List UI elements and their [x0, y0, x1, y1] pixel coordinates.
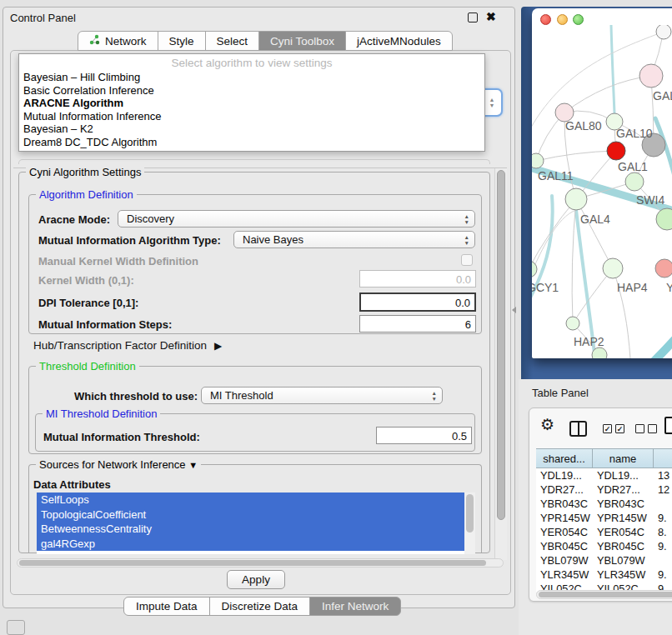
select-all-icon[interactable]: ✓: [603, 424, 612, 433]
table-row[interactable]: YBR045CYBR045C9.: [536, 539, 672, 553]
sources-group-title[interactable]: Sources for Network Inference ▼: [36, 458, 201, 471]
settings-gear-icon[interactable]: ⚙: [540, 415, 554, 434]
algorithm-option[interactable]: Bayesian – K2: [19, 122, 484, 136]
network-node-y[interactable]: [655, 259, 672, 278]
attribute-item[interactable]: SelfLoops: [37, 492, 464, 508]
table-cell: 9.: [654, 568, 672, 582]
column-header-name[interactable]: name: [592, 448, 654, 468]
combobox-arrows-icon: ▲▼: [464, 234, 469, 246]
collapsed-panel-handle[interactable]: [7, 620, 25, 635]
algorithm-option[interactable]: ARACNE Algorithm: [19, 97, 484, 110]
network-node-gal[interactable]: [639, 64, 663, 88]
tab-label: jActiveMNodules: [357, 35, 441, 48]
table-row[interactable]: YLR345WYLR345W9.: [536, 568, 672, 582]
collapse-arrow-icon: ▼: [188, 460, 198, 470]
table-row[interactable]: YER054CYER054C8.: [536, 525, 672, 539]
table-row[interactable]: YBR043CYBR043C: [536, 497, 672, 511]
network-node-gcy1[interactable]: [532, 261, 537, 278]
manual-kernel-label: Manual Kernel Width Definition: [38, 255, 198, 268]
algorithm-option[interactable]: Mutual Information Inference: [19, 110, 484, 123]
mi-steps-field[interactable]: 6: [359, 315, 476, 332]
attribute-item[interactable]: BetweennessCentrality: [37, 522, 464, 537]
column-header-A[interactable]: A: [653, 448, 672, 468]
algorithm-option[interactable]: Dream8 DC_TDC Algorithm: [19, 136, 484, 149]
network-node-gal11[interactable]: [532, 153, 544, 168]
deselect-all-icon[interactable]: [648, 424, 657, 433]
node-table: shared...nameA YDL19...YDL19...13YDR27..…: [536, 448, 672, 592]
tab-cyni-toolbox[interactable]: Cyni Toolbox: [258, 31, 346, 51]
settings-horizontal-scrollbar[interactable]: [17, 558, 504, 568]
select-all-icon[interactable]: ✓: [615, 424, 624, 433]
table-cell: YER054C: [593, 525, 654, 539]
tab-network[interactable]: Network: [78, 31, 158, 51]
table-cell: YDL19...: [536, 468, 593, 482]
scrollbar-thumb[interactable]: [539, 592, 672, 598]
tab-jactivemnodules[interactable]: jActiveMNodules: [345, 31, 453, 51]
network-node[interactable]: [592, 348, 607, 358]
table-header-row: shared...nameA: [536, 448, 672, 468]
scrollbar-thumb[interactable]: [19, 560, 486, 566]
network-node-gal1[interactable]: [625, 172, 644, 191]
zoom-traffic-light[interactable]: [573, 14, 584, 25]
split-pane-icon[interactable]: [569, 421, 587, 437]
table-cell: YER054C: [536, 525, 593, 539]
dpi-tolerance-field[interactable]: 0.0: [359, 292, 476, 312]
deselect-all-icon[interactable]: [635, 424, 644, 433]
tab-infer-network[interactable]: Infer Network: [309, 597, 401, 616]
which-threshold-combobox[interactable]: MI Threshold ▲▼: [201, 387, 443, 404]
network-edge: [647, 293, 672, 358]
float-icon[interactable]: [468, 12, 478, 22]
table-cell: YBL079W: [536, 553, 593, 568]
network-canvas[interactable]: GALGAL80GAL10GAL1GAL11GAL4SWI4GCY1HAP4YH…: [532, 25, 672, 358]
network-window[interactable]: GALGAL80GAL10GAL1GAL11GAL4SWI4GCY1HAP4YH…: [532, 8, 672, 358]
network-node-gal4[interactable]: [565, 188, 587, 210]
table-cell: YDR27...: [536, 482, 593, 497]
algorithm-dropdown-list: Select algorithm to view settings Bayesi…: [18, 53, 485, 152]
algorithm-option[interactable]: Basic Correlation Inference: [19, 84, 484, 98]
scrollbar-thumb[interactable]: [466, 494, 474, 532]
table-cell: YBR043C: [593, 497, 654, 511]
table-row[interactable]: YBL079WYBL079W: [536, 553, 672, 568]
network-edge: [611, 25, 614, 113]
table-row[interactable]: YDL19...YDL19...13: [536, 468, 672, 482]
minimize-traffic-light[interactable]: [557, 14, 568, 25]
attribute-item[interactable]: gal4RGexp: [37, 537, 464, 552]
network-node-hap2[interactable]: [566, 317, 579, 330]
table-cell: YDR27...: [593, 482, 654, 497]
table-cell: 13: [654, 468, 672, 482]
control-panel: Control Panel ✖ NetworkStyleSelectCyni T…: [3, 7, 515, 608]
table-row[interactable]: YDR27...YDR27...12: [536, 482, 672, 497]
mi-type-label: Mutual Information Algorithm Type:: [38, 234, 221, 247]
node-label: GAL: [653, 89, 672, 102]
tab-style[interactable]: Style: [158, 31, 206, 51]
which-threshold-label: Which threshold to use:: [74, 390, 198, 402]
close-icon[interactable]: ✖: [486, 10, 496, 23]
attributes-scrollbar[interactable]: [464, 492, 475, 554]
algorithm-option[interactable]: Bayesian – Hill Climbing: [19, 71, 484, 84]
table-row[interactable]: YPR145WYPR145W9.: [536, 511, 672, 525]
column-header-shared...[interactable]: shared...: [536, 448, 593, 468]
tab-impute-data[interactable]: Impute Data: [123, 597, 210, 616]
splitter-collapse-icon[interactable]: [512, 307, 516, 313]
tab-discretize-data[interactable]: Discretize Data: [209, 597, 311, 616]
mi-type-combobox[interactable]: Naive Bayes ▲▼: [233, 231, 475, 248]
file-icon[interactable]: [664, 417, 672, 434]
table-horizontal-scrollbar[interactable]: [536, 590, 672, 599]
mi-threshold-field[interactable]: 0.5: [376, 427, 472, 444]
network-node[interactable]: [607, 142, 625, 160]
top-tab-bar: NetworkStyleSelectCyni ToolboxjActiveMNo…: [78, 31, 453, 51]
hub-definition-expander[interactable]: Hub/Transcription Factor Definition▶: [33, 339, 222, 352]
network-node-swi4[interactable]: [656, 208, 672, 230]
settings-vertical-scrollbar[interactable]: [494, 168, 507, 560]
kernel-width-field[interactable]: 0.0: [359, 270, 476, 288]
network-node[interactable]: [656, 25, 671, 39]
scrollbar-thumb[interactable]: [497, 170, 505, 520]
aracne-mode-combobox[interactable]: Discovery ▲▼: [118, 210, 475, 228]
tab-select[interactable]: Select: [205, 31, 260, 51]
apply-button[interactable]: Apply: [227, 570, 285, 589]
table-cell: 9.: [654, 511, 672, 525]
network-node-hap4[interactable]: [603, 258, 623, 278]
attribute-item[interactable]: TopologicalCoefficient: [37, 508, 464, 522]
close-traffic-light[interactable]: [540, 14, 551, 25]
manual-kernel-checkbox[interactable]: [461, 254, 473, 266]
